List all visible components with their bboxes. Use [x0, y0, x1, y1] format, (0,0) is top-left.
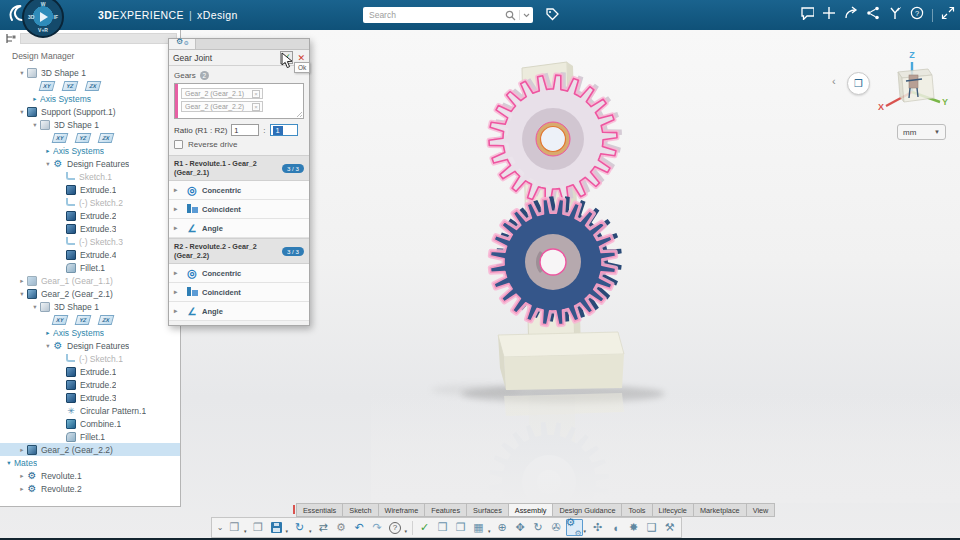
tree-item[interactable]: ▾3D Shape 1: [0, 118, 180, 131]
search-icon[interactable]: [505, 10, 516, 21]
tree-item[interactable]: (-) Sketch.3: [0, 235, 180, 248]
tree-expander-icon[interactable]: ▾: [30, 303, 40, 311]
tree-item[interactable]: ▾⚙Design Features: [0, 339, 180, 352]
transfer-button[interactable]: ⇄: [315, 519, 332, 536]
tree-expander-icon[interactable]: ▾: [43, 160, 53, 168]
plane-icon[interactable]: ZX: [98, 315, 115, 325]
ribbon-tab-surfaces[interactable]: Surfaces: [467, 503, 509, 517]
tree-item[interactable]: ▸Axis Systems: [0, 326, 180, 339]
plane-icon[interactable]: YZ: [75, 133, 92, 143]
tree-item[interactable]: XYYZZX: [0, 131, 180, 144]
tree-item[interactable]: ▾Support (Support.1): [0, 105, 180, 118]
hinge-joint-button[interactable]: ◖: [607, 519, 624, 536]
ribbon-tab-features[interactable]: Features: [425, 503, 467, 517]
gears-selection-list[interactable]: Gear_2 (Gear_2.1)×Gear_2 (Gear_2.2)×: [174, 83, 304, 119]
tree-item[interactable]: Extrude.4: [0, 248, 180, 261]
dropdown-caret-icon[interactable]: ▾: [584, 528, 587, 534]
save-button[interactable]: [268, 519, 285, 536]
attach-button[interactable]: ✇: [548, 519, 565, 536]
ribbon-tab-essentials[interactable]: Essentials: [296, 503, 343, 517]
plane-icon[interactable]: YZ: [62, 81, 79, 91]
help-icon[interactable]: ?: [910, 6, 924, 24]
ratio-r2-input[interactable]: 1: [270, 124, 298, 136]
mate-row[interactable]: ▸◎Concentric: [169, 264, 309, 283]
reverse-drive-checkbox[interactable]: [174, 140, 183, 149]
collapse-viewbar-chevron[interactable]: ‹: [832, 76, 836, 87]
collapse-toolbar-button[interactable]: ⌄: [215, 519, 225, 536]
collaboration-icon[interactable]: [866, 6, 880, 24]
resize-handle[interactable]: [297, 112, 302, 117]
tree-expander-icon[interactable]: ▾: [17, 69, 27, 77]
tree-item[interactable]: XYYZZX: [0, 313, 180, 326]
add-icon[interactable]: [822, 6, 836, 24]
view-options-button[interactable]: ❒: [847, 72, 870, 95]
tree-expander-icon[interactable]: ▸: [17, 446, 27, 454]
tree-item[interactable]: Extrude.3: [0, 391, 180, 404]
tree-item[interactable]: (-) Sketch.1: [0, 352, 180, 365]
mate-expander-icon[interactable]: ▸: [174, 224, 182, 232]
help-button[interactable]: ?: [387, 519, 404, 536]
tree-item[interactable]: ✳Circular Pattern.1: [0, 404, 180, 417]
mate-row[interactable]: ▸Coincident: [169, 200, 309, 219]
close-button[interactable]: ✕: [297, 53, 305, 63]
tree-expander-icon[interactable]: ▸: [30, 95, 40, 103]
window-resize-icon[interactable]: [941, 6, 955, 24]
mate-expander-icon[interactable]: ▸: [174, 269, 182, 277]
tree-item[interactable]: Extrude.1: [0, 365, 180, 378]
gear-joint-dialog-tab[interactable]: [169, 39, 196, 49]
tree-expander-icon[interactable]: ▸: [43, 147, 53, 155]
refresh-button[interactable]: ↻: [291, 519, 308, 536]
tree-item[interactable]: Extrude.1: [0, 183, 180, 196]
undo-button[interactable]: ↶: [351, 519, 368, 536]
ribbon-tab-wireframe[interactable]: Wireframe: [379, 503, 426, 517]
gear-bottom[interactable]: [490, 196, 621, 324]
plane-icon[interactable]: ZX: [98, 133, 115, 143]
kinematics-button[interactable]: ⚒: [661, 519, 678, 536]
tree-expander-icon[interactable]: ▸: [43, 329, 53, 337]
mate-row[interactable]: ▸Coincident: [169, 283, 309, 302]
navigation-triad[interactable]: Z X Y: [876, 50, 950, 120]
gear-selection-chip[interactable]: Gear_2 (Gear_2.1)×: [181, 88, 263, 99]
ribbon-tab-marketplace[interactable]: Marketplace: [694, 503, 747, 517]
bounding-box-button[interactable]: ❑: [643, 519, 660, 536]
dropdown-caret-icon[interactable]: ▾: [405, 528, 408, 534]
swym-icon[interactable]: [888, 6, 902, 24]
plane-icon[interactable]: YZ: [75, 315, 92, 325]
anchor-component-button[interactable]: ⊕: [494, 519, 511, 536]
collision-detection-button[interactable]: ✸: [625, 519, 642, 536]
ratio-r1-input[interactable]: 1: [231, 124, 259, 136]
insert-assembly-button[interactable]: ❐: [452, 519, 469, 536]
tree-item[interactable]: ▾⚙Design Features: [0, 157, 180, 170]
tree-expander-icon[interactable]: ▾: [4, 459, 14, 467]
tree-filter-icon[interactable]: [5, 33, 16, 44]
plane-icon[interactable]: XY: [52, 315, 69, 325]
tree-item[interactable]: ▸⚙Revolute.2: [0, 482, 180, 495]
open-content-button[interactable]: ❐: [250, 519, 267, 536]
tree-item[interactable]: ▾3D Shape 1: [0, 66, 180, 79]
tag-icon[interactable]: [545, 7, 560, 26]
ribbon-tab-sketch[interactable]: Sketch: [343, 503, 378, 517]
tree-item[interactable]: ▸Axis Systems: [0, 92, 180, 105]
share-icon[interactable]: [844, 6, 858, 24]
gear-selection-chip[interactable]: Gear_2 (Gear_2.2)×: [181, 101, 263, 112]
mate-expander-icon[interactable]: ▸: [174, 307, 182, 315]
search-options-chevron-icon[interactable]: [523, 13, 530, 18]
tree-item[interactable]: (-) Sketch.2: [0, 196, 180, 209]
tree-item[interactable]: Combine.1: [0, 417, 180, 430]
dropdown-caret-icon[interactable]: ▾: [309, 528, 312, 534]
units-dropdown[interactable]: mm ▼: [897, 124, 946, 140]
tree-item[interactable]: ▸Gear_2 (Gear_2.2): [0, 443, 180, 456]
mate-expander-icon[interactable]: ▸: [174, 205, 182, 213]
tree-expander-icon[interactable]: ▾: [43, 342, 53, 350]
gear-joint-button[interactable]: [566, 519, 583, 536]
mate-row[interactable]: ▸∠Angle: [169, 302, 309, 321]
insert-component-button[interactable]: ❒: [434, 519, 451, 536]
tree-expander-icon[interactable]: ▾: [17, 108, 27, 116]
redo-button[interactable]: ↷: [369, 519, 386, 536]
tree-item[interactable]: Sketch.1: [0, 170, 180, 183]
tree-expander-icon[interactable]: ▾: [17, 290, 27, 298]
settings-button[interactable]: ⚙: [333, 519, 350, 536]
search-input[interactable]: [369, 10, 505, 20]
tree-item[interactable]: ▾3D Shape 1: [0, 300, 180, 313]
mate-expander-icon[interactable]: ▸: [174, 288, 182, 296]
